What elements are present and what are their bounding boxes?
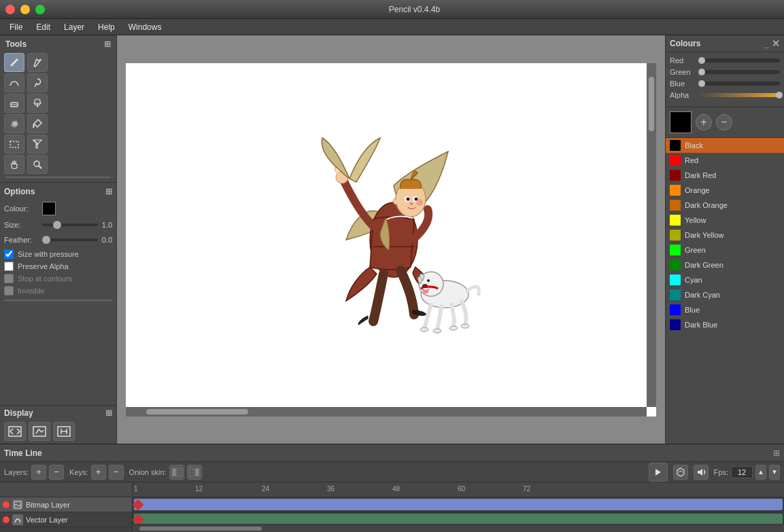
colour-item-red[interactable]: Red xyxy=(666,153,784,168)
colour-dot-8 xyxy=(670,260,681,270)
fps-input[interactable]: 12 xyxy=(731,466,753,478)
add-key-button[interactable]: + xyxy=(91,465,106,480)
alpha-slider[interactable] xyxy=(698,93,780,97)
colour-list: Black Red Dark Red Orange Dark Orange Ye… xyxy=(666,138,784,444)
timeline-expand-icon[interactable]: ⊞ xyxy=(773,448,780,458)
preserve-alpha-checkbox[interactable] xyxy=(4,262,14,271)
onion-prev-button[interactable] xyxy=(169,465,184,480)
tool-pencil[interactable] xyxy=(4,53,24,72)
frame-marker-24: 24 xyxy=(262,485,269,493)
colour-item-dark-yellow[interactable]: Dark Yellow xyxy=(666,228,784,243)
timeline-title: Time Line xyxy=(4,448,769,458)
red-slider[interactable] xyxy=(698,58,780,63)
invisible-checkbox[interactable] xyxy=(4,286,14,296)
tool-bezier[interactable] xyxy=(4,73,24,92)
colour-item-black[interactable]: Black xyxy=(666,138,784,153)
tools-section: Tools ⊞ xyxy=(0,35,116,183)
layer-row-vector[interactable]: Vector Layer xyxy=(0,512,132,527)
remove-colour-button[interactable]: − xyxy=(716,114,732,130)
tools-divider xyxy=(5,177,111,178)
sound-button[interactable] xyxy=(694,465,709,480)
size-with-pressure-label: Size with pressure xyxy=(18,250,79,258)
menu-edit[interactable]: Edit xyxy=(29,21,57,33)
menu-layer[interactable]: Layer xyxy=(57,21,91,33)
size-with-pressure-checkbox[interactable] xyxy=(4,249,14,259)
vertical-scroll-thumb[interactable] xyxy=(649,77,654,131)
frame-marker-48: 48 xyxy=(392,485,400,493)
tool-rect-select[interactable] xyxy=(4,135,24,154)
fps-down-button[interactable]: ▼ xyxy=(769,465,780,480)
tool-lasso[interactable] xyxy=(27,73,48,92)
tools-expand-icon[interactable]: ⊞ xyxy=(104,39,111,49)
top-area: Tools ⊞ xyxy=(0,35,784,444)
colour-dot-7 xyxy=(670,245,681,255)
play-button[interactable] xyxy=(649,463,668,482)
colour-item-dark-orange[interactable]: Dark Orange xyxy=(666,198,784,213)
svg-point-25 xyxy=(427,279,430,282)
green-slider[interactable] xyxy=(698,70,780,74)
canvas-horizontal-scrollbar[interactable] xyxy=(126,407,647,416)
menu-help[interactable]: Help xyxy=(91,21,122,33)
maximize-button[interactable] xyxy=(35,5,45,14)
colour-item-cyan[interactable]: Cyan xyxy=(666,272,784,287)
tool-eraser[interactable] xyxy=(4,94,24,113)
tool-bucket[interactable] xyxy=(27,94,48,113)
remove-layer-button[interactable]: − xyxy=(49,465,64,480)
canvas-vertical-scrollbar[interactable] xyxy=(647,63,656,407)
loop-button[interactable] xyxy=(673,465,688,480)
size-value: 1.0 xyxy=(102,221,112,229)
timeline-scroll-thumb[interactable] xyxy=(139,527,262,531)
close-button[interactable] xyxy=(5,5,15,14)
canvas-background xyxy=(126,63,656,416)
svg-point-27 xyxy=(423,289,428,294)
menu-file[interactable]: File xyxy=(3,21,29,33)
remove-key-button[interactable]: − xyxy=(109,465,124,480)
colour-dot-4 xyxy=(670,200,681,211)
left-panel: Tools ⊞ xyxy=(0,35,117,444)
colours-close-icon[interactable]: ✕ xyxy=(772,38,780,49)
feather-slider[interactable] xyxy=(42,234,98,245)
canvas-area[interactable] xyxy=(117,35,665,444)
tool-pen[interactable] xyxy=(27,53,48,72)
colour-item-yellow[interactable]: Yellow xyxy=(666,213,784,228)
colours-header-buttons: _ ✕ xyxy=(764,38,780,49)
colour-name-6: Dark Yellow xyxy=(685,231,723,239)
tools-title: Tools xyxy=(5,39,27,49)
colour-item-orange[interactable]: Orange xyxy=(666,183,784,198)
tool-hand[interactable] xyxy=(4,155,24,174)
timeline-scrollbar[interactable] xyxy=(133,524,784,532)
layer-row-bitmap[interactable]: Bitmap Layer xyxy=(0,497,132,512)
colour-item-green[interactable]: Green xyxy=(666,243,784,258)
display-btn-1[interactable] xyxy=(4,422,26,441)
colour-item-dark-blue[interactable]: Dark Blue xyxy=(666,317,784,332)
onion-next-button[interactable] xyxy=(187,465,202,480)
tool-eyedropper[interactable] xyxy=(27,114,48,133)
options-expand-icon[interactable]: ⊞ xyxy=(105,187,112,196)
colour-item-dark-red[interactable]: Dark Red xyxy=(666,168,784,183)
horizontal-scroll-thumb[interactable] xyxy=(146,409,248,414)
colour-preview-swatch[interactable] xyxy=(670,111,692,133)
green-slider-row: Green xyxy=(670,68,780,76)
layer-name-vector: Vector Layer xyxy=(26,516,68,524)
display-btn-3[interactable] xyxy=(53,422,75,441)
add-colour-button[interactable]: + xyxy=(696,114,712,130)
colour-item-blue[interactable]: Blue xyxy=(666,302,784,317)
blue-slider[interactable] xyxy=(698,82,780,86)
tool-arrow[interactable] xyxy=(27,135,48,154)
minimize-button[interactable] xyxy=(20,5,30,14)
fps-up-button[interactable]: ▲ xyxy=(755,465,766,480)
stop-at-contours-checkbox[interactable] xyxy=(4,274,14,283)
colour-item-dark-cyan[interactable]: Dark Cyan xyxy=(666,287,784,302)
colour-swatch[interactable] xyxy=(42,202,56,215)
colour-item-dark-green[interactable]: Dark Green xyxy=(666,258,784,272)
tool-move[interactable] xyxy=(4,114,24,133)
display-expand-icon[interactable]: ⊞ xyxy=(105,408,112,418)
svg-point-20 xyxy=(409,202,413,205)
tool-zoom[interactable] xyxy=(27,155,48,174)
colours-minimize-icon[interactable]: _ xyxy=(764,38,769,49)
alpha-slider-row: Alpha xyxy=(670,91,780,99)
add-layer-button[interactable]: + xyxy=(31,465,46,480)
size-slider[interactable] xyxy=(42,219,98,230)
menu-windows[interactable]: Windows xyxy=(122,21,169,33)
display-btn-2[interactable] xyxy=(29,422,50,441)
